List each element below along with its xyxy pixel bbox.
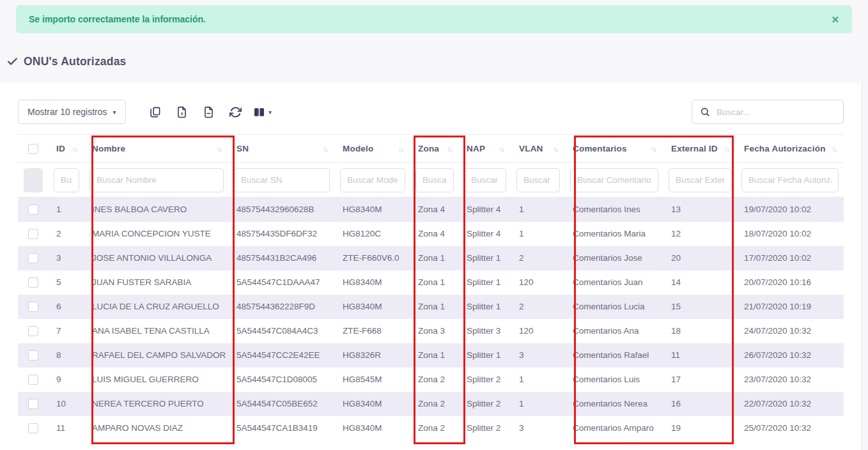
filter-input-sn[interactable]: [234, 168, 330, 192]
column-header-nap[interactable]: NAP: [459, 135, 511, 163]
cell-comentarios: Comentarios Jose: [565, 246, 663, 270]
row-checkbox[interactable]: [28, 229, 38, 239]
cell-vlan: 2: [511, 246, 565, 270]
sort-icon[interactable]: [724, 145, 729, 153]
row-checkbox[interactable]: [28, 423, 38, 433]
filter-input-external_id[interactable]: [669, 168, 731, 192]
row-checkbox[interactable]: [28, 253, 38, 263]
page-title-row: ONU's Autorizadas: [6, 55, 127, 68]
column-header-fecha[interactable]: Fecha Autorización: [736, 135, 844, 163]
sort-icon[interactable]: [72, 145, 77, 153]
filter-cell-nap: [459, 163, 511, 198]
filter-input-fecha[interactable]: [741, 168, 839, 192]
cell-vlan: 3: [511, 343, 565, 368]
cell-zona: Zona 2: [410, 392, 459, 416]
filter-input-zona[interactable]: [415, 168, 454, 192]
cell-id: 11: [49, 416, 84, 440]
column-header-vlan[interactable]: VLAN: [511, 135, 565, 163]
row-checkbox[interactable]: [28, 350, 38, 361]
column-header-comentarios[interactable]: Comentarios: [565, 135, 663, 163]
onu-table: IDNombreSNModeloZonaNAPVLANComentariosEx…: [18, 134, 844, 440]
cell-fecha: 25/07/2020 10:32: [736, 416, 844, 440]
cell-fecha: 23/07/2020 10:32: [736, 368, 844, 392]
column-label: Modelo: [343, 144, 373, 153]
filter-input-comentarios[interactable]: [570, 168, 658, 192]
export-excel-icon[interactable]: x: [169, 101, 195, 123]
refresh-icon[interactable]: [223, 101, 249, 123]
sort-icon[interactable]: [651, 145, 656, 153]
column-header-id[interactable]: ID: [49, 135, 84, 163]
sort-icon[interactable]: [447, 145, 451, 153]
row-checkbox[interactable]: [28, 302, 38, 312]
cell-vlan: 1: [511, 222, 565, 246]
sort-icon[interactable]: [217, 145, 221, 153]
cell-nombre: JUAN FUSTER SARABIA: [84, 270, 229, 295]
cell-nombre: RAFAEL DEL CAMPO SALVADOR: [84, 343, 229, 368]
table-row: 11AMPARO NOVAS DIAZ5A544547CA1B3419HG834…: [18, 416, 844, 440]
row-checkbox-cell: [18, 319, 49, 343]
row-checkbox[interactable]: [28, 277, 38, 288]
sort-icon[interactable]: [398, 145, 403, 153]
cell-sn: 5A544547C084A4C3: [229, 319, 335, 343]
row-checkbox-cell: [18, 246, 49, 270]
filter-disabled-cell: [18, 163, 49, 198]
sort-icon[interactable]: [553, 145, 557, 153]
row-checkbox[interactable]: [28, 326, 38, 336]
export-buttons-group: x: [143, 101, 277, 123]
cell-nombre: LUIS MIGUEL GUERRERO: [84, 368, 229, 392]
alert-close-icon[interactable]: ✕: [828, 12, 842, 27]
filter-input-nap[interactable]: [464, 168, 506, 192]
cell-sn: 4857544362228F9D: [229, 295, 335, 319]
select-all-checkbox[interactable]: [28, 144, 38, 154]
filter-cell-sn: [229, 163, 335, 198]
cell-id: 7: [49, 319, 84, 343]
cell-id: 3: [49, 246, 84, 270]
sort-icon[interactable]: [323, 145, 327, 153]
row-checkbox[interactable]: [28, 205, 38, 215]
cell-nombre: JOSE ANTONIO VILLALONGA: [84, 246, 229, 270]
filter-input-nombre[interactable]: [89, 168, 224, 192]
page-title: ONU's Autorizadas: [24, 55, 127, 68]
column-header-external_id[interactable]: External ID: [663, 135, 736, 163]
cell-fecha: 20/07/2020 10:16: [736, 270, 844, 295]
cell-modelo: HG8340M: [335, 416, 410, 440]
cell-id: 5: [49, 270, 84, 295]
cell-comentarios: Comentarios Amparo: [565, 416, 663, 440]
cell-external_id: 20: [663, 246, 736, 270]
filter-cell-nombre: [84, 163, 229, 198]
cell-id: 9: [49, 368, 84, 392]
filter-input-vlan[interactable]: [516, 168, 560, 192]
columns-visibility-icon[interactable]: [250, 101, 275, 123]
table-header-row: IDNombreSNModeloZonaNAPVLANComentariosEx…: [18, 135, 844, 163]
row-checkbox[interactable]: [28, 375, 38, 385]
column-header-sn[interactable]: SN: [229, 135, 335, 163]
export-file-icon[interactable]: [196, 101, 222, 123]
cell-sn: 485754431B2CA496: [229, 246, 335, 270]
cell-nap: Splitter 2: [459, 392, 511, 416]
sort-icon[interactable]: [499, 145, 504, 153]
column-label: Zona: [418, 144, 439, 153]
copy-icon[interactable]: [143, 101, 168, 123]
sort-icon[interactable]: [832, 145, 836, 153]
row-checkbox-cell: [18, 368, 49, 392]
filter-disabled-block: [24, 168, 43, 192]
column-header-zona[interactable]: Zona: [410, 135, 459, 163]
filter-cell-comentarios: [565, 163, 663, 198]
cell-nap: Splitter 4: [459, 222, 511, 246]
row-checkbox-cell: [18, 198, 49, 222]
cell-comentarios: Comentarios Maria: [565, 222, 663, 246]
filter-cell-id: [49, 163, 84, 198]
row-checkbox[interactable]: [28, 399, 38, 409]
cell-comentarios: Comentarios Luis: [565, 368, 663, 392]
show-records-dropdown[interactable]: Mostrar 10 registros: [18, 100, 126, 124]
cell-external_id: 12: [663, 222, 736, 246]
cell-nombre: ANA ISABEL TENA CASTILLA: [84, 319, 229, 343]
filter-input-id[interactable]: [54, 168, 79, 192]
cell-nap: Splitter 2: [459, 368, 511, 392]
filter-input-modelo[interactable]: [340, 168, 405, 192]
column-header-nombre[interactable]: Nombre: [84, 135, 229, 163]
filter-cell-zona: [410, 163, 459, 198]
cell-modelo: ZTE-F668: [335, 319, 410, 343]
search-input[interactable]: [717, 107, 835, 117]
column-header-modelo[interactable]: Modelo: [335, 135, 410, 163]
